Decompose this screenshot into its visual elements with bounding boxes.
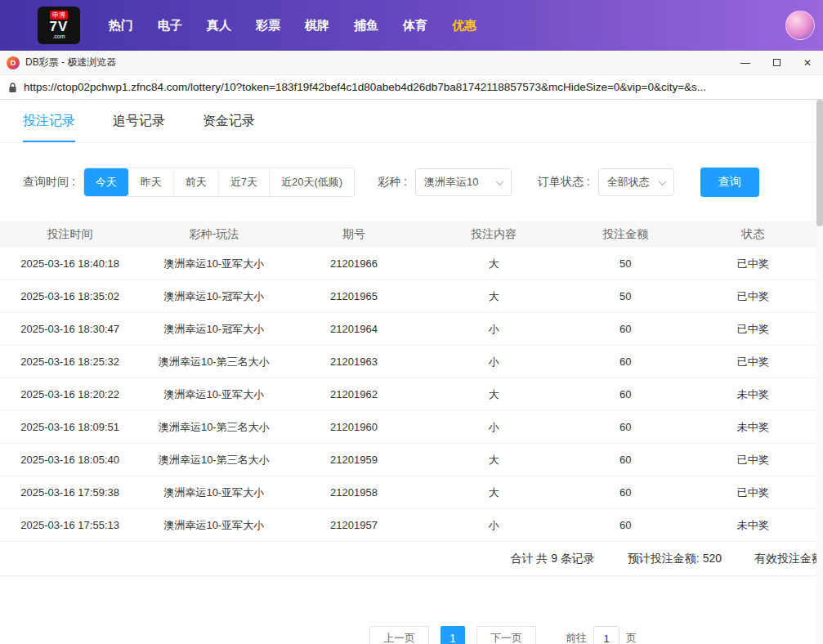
table-cell: 澳洲幸运10-亚军大小 [140,518,288,533]
minimize-icon: — [740,57,750,69]
close-button[interactable]: ✕ [792,51,823,74]
table-cell: 澳洲幸运10-冠军大小 [140,322,288,337]
table-cell: 21201965 [288,290,419,302]
table-cell: 澳洲幸运10-第三名大小 [140,355,288,369]
table-cell: 2025-03-16 18:25:32 [0,356,140,368]
table-cell: 60 [568,356,683,368]
nav-item[interactable]: 体育 [391,0,440,51]
status-cell: 未中奖 [683,387,823,402]
site-nav-menu: 热门电子真人彩票棋牌捕鱼体育优惠 [96,0,489,51]
order-status-value: 全部状态 [607,175,650,190]
nav-item[interactable]: 彩票 [244,0,293,51]
site-navbar: 申博 7V .com 热门电子真人彩票棋牌捕鱼体育优惠 [0,0,823,51]
tab-chase-records[interactable]: 追号记录 [113,113,165,142]
table-cell: 2025-03-16 18:05:40 [0,454,140,466]
status-cell: 未中奖 [683,420,823,435]
column-header: 期号 [288,227,419,242]
scrollbar-thumb[interactable] [816,100,823,226]
table-cell: 21201959 [288,454,419,466]
table-cell: 小 [420,420,568,435]
column-header: 投注内容 [420,227,568,242]
table-cell: 澳洲幸运10-第三名大小 [140,453,288,467]
time-filter-option[interactable]: 近7天 [218,168,269,196]
time-filter-option[interactable]: 今天 [84,168,128,196]
table-cell: 60 [568,421,683,433]
window-controls: — ✕ [730,51,823,74]
table-cell: 大 [420,257,568,271]
table-cell: 21201966 [288,257,419,270]
status-cell: 未中奖 [683,518,823,533]
table-cell: 60 [568,388,683,400]
time-filter-group: 今天昨天前天近7天近20天(低频) [83,168,355,197]
status-cell: 已中奖 [683,322,823,337]
time-filter-label: 查询时间 : [23,175,75,190]
chevron-down-icon [495,177,503,186]
column-header: 状态 [683,227,823,242]
table-row: 2025-03-16 18:09:51澳洲幸运10-第三名大小21201960小… [0,411,823,444]
nav-item[interactable]: 热门 [96,0,145,51]
goto-page-input[interactable] [593,626,619,644]
table-cell: 2025-03-16 18:40:18 [0,257,140,270]
page-number-button[interactable]: 1 [441,626,465,644]
address-bar[interactable]: https://ctop02pchwp1.zfnc84.com/lottery/… [0,75,823,100]
lottery-filter-label: 彩种 : [378,175,407,190]
next-page-button[interactable]: 下一页 [476,626,536,644]
query-button[interactable]: 查询 [700,168,759,197]
goto-page-suffix: 页 [626,631,637,644]
table-cell: 60 [568,323,683,335]
prev-page-button[interactable]: 上一页 [369,626,429,644]
nav-item[interactable]: 真人 [195,0,244,51]
table-cell: 大 [420,453,568,467]
lock-icon [8,82,17,93]
table-cell: 小 [420,322,568,337]
status-cell: 已中奖 [683,485,823,500]
table-cell: 小 [420,355,568,369]
nav-item[interactable]: 优惠 [440,0,489,51]
time-filter-option[interactable]: 昨天 [128,168,173,196]
table-cell: 2025-03-16 18:30:47 [0,323,140,335]
site-logo[interactable]: 申博 7V .com [38,7,80,44]
lottery-select[interactable]: 澳洲幸运10 [415,168,512,196]
tab-bet-records[interactable]: 投注记录 [23,113,75,142]
table-cell: 澳洲幸运10-第三名大小 [140,420,288,435]
chevron-down-icon [658,177,666,186]
record-tabs: 投注记录 追号记录 资金记录 [0,100,823,143]
user-avatar[interactable] [785,11,815,40]
summary-total: 合计 共 9 条记录 [510,552,594,566]
table-row: 2025-03-16 18:05:40澳洲幸运10-第三名大小21201959大… [0,444,823,476]
status-filter-label: 订单状态 : [538,175,590,190]
tab-fund-records[interactable]: 资金记录 [203,113,255,142]
table-cell: 大 [420,485,568,500]
table-cell: 澳洲幸运10-亚军大小 [140,387,288,402]
logo-text: 7V [50,20,69,34]
status-cell: 已中奖 [683,355,823,369]
order-status-select[interactable]: 全部状态 [598,168,674,196]
browser-title: DB彩票 - 极速浏览器 [25,56,116,69]
nav-item[interactable]: 棋牌 [293,0,342,51]
maximize-button[interactable] [761,51,792,74]
url-text[interactable]: https://ctop02pchwp1.zfnc84.com/lottery/… [24,81,706,93]
table-cell: 21201964 [288,323,419,335]
scrollbar[interactable] [816,100,823,644]
nav-item[interactable]: 捕鱼 [342,0,391,51]
site-favicon-icon: D [7,56,20,69]
nav-item[interactable]: 电子 [145,0,195,51]
summary-valid-amount: 有效投注金额 [754,552,823,566]
minimize-button[interactable]: — [730,51,761,74]
status-cell: 已中奖 [683,257,823,271]
filter-bar: 查询时间 : 今天昨天前天近7天近20天(低频) 彩种 : 澳洲幸运10 订单状… [23,168,823,197]
goto-page-label: 前往 [566,631,587,644]
table-body: 2025-03-16 18:40:18澳洲幸运10-亚军大小21201966大5… [0,248,823,542]
table-row: 2025-03-16 17:59:38澳洲幸运10-亚军大小21201958大6… [0,476,823,509]
table-cell: 50 [568,257,683,270]
close-icon: ✕ [803,57,812,69]
table-cell: 大 [420,289,568,304]
table-cell: 澳洲幸运10-亚军大小 [140,485,288,500]
time-filter-option[interactable]: 前天 [173,168,218,196]
table-cell: 澳洲幸运10-亚军大小 [140,257,288,271]
table-cell: 2025-03-16 18:09:51 [0,421,140,433]
table-header-row: 投注时间彩种-玩法期号投注内容投注金额状态 [0,221,823,248]
table-cell: 大 [420,387,568,402]
table-cell: 小 [420,518,568,533]
time-filter-option[interactable]: 近20天(低频) [269,168,354,196]
